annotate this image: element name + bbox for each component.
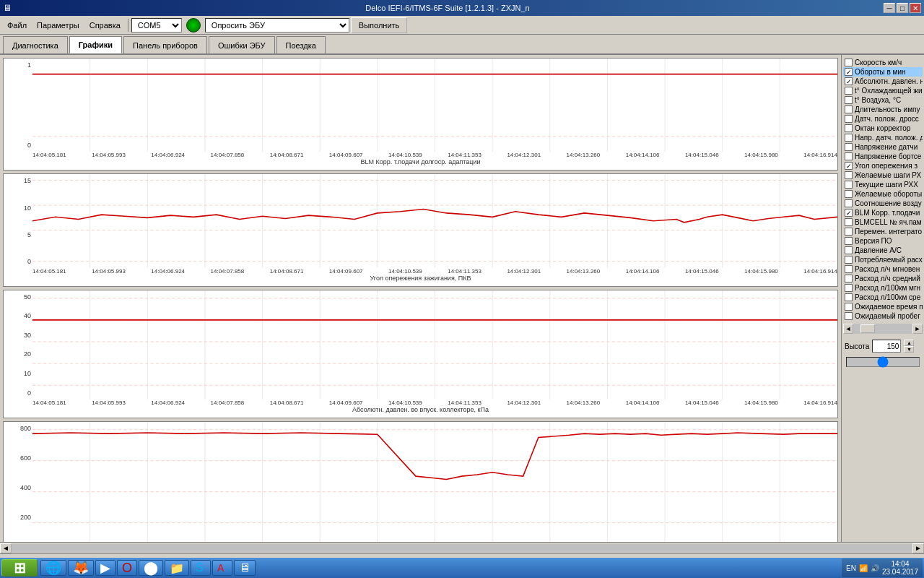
height-up-button[interactable]: ▲: [904, 340, 914, 346]
com-port-select[interactable]: COM5: [131, 18, 182, 33]
chart-blm-y-axis: 1 0: [4, 59, 32, 152]
tab-trip[interactable]: Поездка: [276, 36, 326, 53]
checkbox-fuel-100km-inst[interactable]: [845, 284, 853, 292]
taskbar-app-ie[interactable]: 🌐: [40, 560, 66, 576]
minimize-button[interactable]: ─: [884, 3, 895, 13]
checkbox-pressure[interactable]: [845, 77, 853, 85]
checkbox-ign-angle[interactable]: [845, 162, 853, 170]
sidebar-scroll-right[interactable]: ►: [912, 324, 923, 334]
sidebar-item-expected-range: Ожидаемый пробег: [843, 311, 923, 321]
checkbox-inj[interactable]: [845, 105, 853, 113]
sidebar-label-blmcell: BLMCELL № яч.пам: [855, 218, 922, 226]
checkbox-idle-steps-desired[interactable]: [845, 171, 853, 179]
taskbar-app-opera[interactable]: O: [117, 560, 137, 576]
tab-graphics[interactable]: Графики: [69, 36, 122, 53]
checkbox-airtemp[interactable]: [845, 96, 853, 104]
checkbox-expected-range[interactable]: [845, 312, 853, 320]
sidebar-label-sensor-volt: Напряжение датчи: [855, 143, 918, 151]
sidebar-item-tps-sensor: Датч. полож. дросс: [843, 114, 923, 124]
sidebar-item-integrator: Перемен. интеграто: [843, 227, 923, 236]
chart-pressure: 50 40 30 20 10 0: [3, 290, 838, 418]
sidebar-item-fuel-consumed: Потребляемый расх: [843, 255, 923, 264]
query-select[interactable]: Опросить ЭБУ: [205, 18, 349, 33]
taskbar-tray: EN 📶 🔊 14:04 23.04.2017: [842, 558, 923, 577]
start-button[interactable]: ⊞: [1, 559, 38, 577]
sidebar-item-idle-steps-desired: Желаемые шаги РХ: [843, 171, 923, 180]
tab-dashboard[interactable]: Панель приборов: [123, 36, 207, 53]
taskbar-app-chrome[interactable]: ⬤: [139, 560, 163, 576]
execute-button[interactable]: Выполнить: [351, 17, 407, 33]
checkbox-fuel-instant[interactable]: [845, 265, 853, 273]
sidebar-item-coolant: t° Охлаждающей жи: [843, 86, 923, 95]
taskbar-app-acrobat[interactable]: A: [212, 560, 232, 576]
chart-ignition-title: Угол опережения зажигания, ПКВ: [4, 275, 837, 286]
chart-pressure-x-labels: 14:04:05.181 14:04:05.993 14:04:06.924 1…: [4, 400, 837, 406]
sidebar-label-idle-steps-desired: Желаемые шаги РХ: [855, 171, 921, 179]
taskbar-app-browser2[interactable]: 🦊: [68, 560, 94, 576]
sidebar-item-pressure: Абсолютн. давлен. н: [843, 77, 923, 86]
checkbox-blmcell[interactable]: [845, 218, 853, 226]
tab-diagnostics[interactable]: Диагностика: [3, 36, 68, 53]
sidebar-label-idle-steps-current: Текущие шаги РХХ: [855, 181, 918, 189]
taskbar-app-unknown[interactable]: 🖥: [234, 560, 256, 576]
checkbox-speed[interactable]: [845, 59, 853, 66]
sidebar-hscroll: ◄ ►: [843, 324, 923, 334]
taskbar-app-media[interactable]: ▶: [95, 560, 116, 576]
sidebar: Скорость км/ч Обороты в мин Абсолютн. да…: [841, 55, 924, 542]
charts-area: 1 0: [0, 55, 841, 542]
checkbox-blm[interactable]: [845, 209, 853, 217]
checkbox-octane[interactable]: [845, 124, 853, 132]
h-scroll-track: [12, 544, 912, 553]
menu-help[interactable]: Справка: [85, 20, 125, 31]
chart-blm-svg: [32, 59, 837, 152]
sidebar-label-fuel-100km-inst: Расход л/100км мгн: [855, 284, 920, 292]
close-button[interactable]: ✕: [910, 3, 921, 13]
taskbar-app-skype[interactable]: S: [191, 560, 211, 576]
sidebar-item-sensor-volt: Напряжение датчи: [843, 142, 923, 152]
checkbox-idle-steps-current[interactable]: [845, 181, 853, 189]
chart-ignition-svg: [32, 174, 837, 267]
chart-pressure-svg-area: [32, 290, 837, 400]
height-input[interactable]: [872, 340, 901, 353]
title-bar: 🖥 Delco IEFI-6/ITMS-6F Suite [1.2.1.3] -…: [0, 0, 924, 16]
sidebar-label-inj: Длительность импу: [855, 105, 920, 113]
checkbox-idle-rpm-desired[interactable]: [845, 190, 853, 198]
sidebar-label-airtemp: t° Воздуха, °С: [855, 96, 901, 104]
sidebar-label-speed: Скорость км/ч: [855, 59, 902, 66]
checkbox-sensor-volt[interactable]: [845, 143, 853, 151]
menu-separator-1: [128, 19, 128, 32]
checkbox-fuel-100km-avg[interactable]: [845, 293, 853, 301]
sidebar-item-ac-pressure: Давление А/С: [843, 246, 923, 255]
slider-area: [843, 355, 923, 368]
menu-file[interactable]: Файл: [3, 20, 31, 31]
tray-clock: 14:04 23.04.2017: [882, 560, 918, 576]
height-down-button[interactable]: ▼: [904, 346, 914, 353]
checkbox-fuel-avg[interactable]: [845, 275, 853, 282]
tab-errors[interactable]: Ошибки ЭБУ: [209, 36, 275, 53]
sidebar-scroll-left[interactable]: ◄: [843, 324, 853, 334]
sidebar-scroll-thumb[interactable]: [860, 324, 875, 333]
taskbar-app-files[interactable]: 📁: [165, 560, 189, 576]
checkbox-tps-volt[interactable]: [845, 134, 853, 142]
chart-slider[interactable]: [846, 357, 920, 367]
chart-pressure-svg: [32, 290, 837, 400]
checkbox-fuel-consumed[interactable]: [845, 256, 853, 264]
checkbox-tps-sensor[interactable]: [845, 115, 853, 123]
menu-params[interactable]: Параметры: [32, 20, 84, 31]
checkbox-air-ratio[interactable]: [845, 199, 853, 207]
checkbox-rpm[interactable]: [845, 68, 853, 76]
checkbox-ac-pressure[interactable]: [845, 246, 853, 254]
chart-rpm: 800 600 400 200 0: [3, 421, 838, 543]
h-scroll-right[interactable]: ►: [912, 543, 924, 553]
sidebar-item-inj: Длительность импу: [843, 105, 923, 114]
maximize-button[interactable]: □: [897, 3, 908, 13]
checkbox-integrator[interactable]: [845, 228, 853, 236]
checkbox-fw-version[interactable]: [845, 237, 853, 245]
checkbox-expected-time[interactable]: [845, 303, 853, 311]
sidebar-item-speed: Скорость км/ч: [843, 58, 923, 67]
checkbox-board-volt[interactable]: [845, 152, 853, 160]
chart-pressure-content: 50 40 30 20 10 0: [4, 290, 837, 400]
checkbox-coolant[interactable]: [845, 87, 853, 95]
h-scroll-left[interactable]: ◄: [0, 543, 12, 553]
sidebar-label-fuel-avg: Расход л/ч средний: [855, 275, 920, 282]
